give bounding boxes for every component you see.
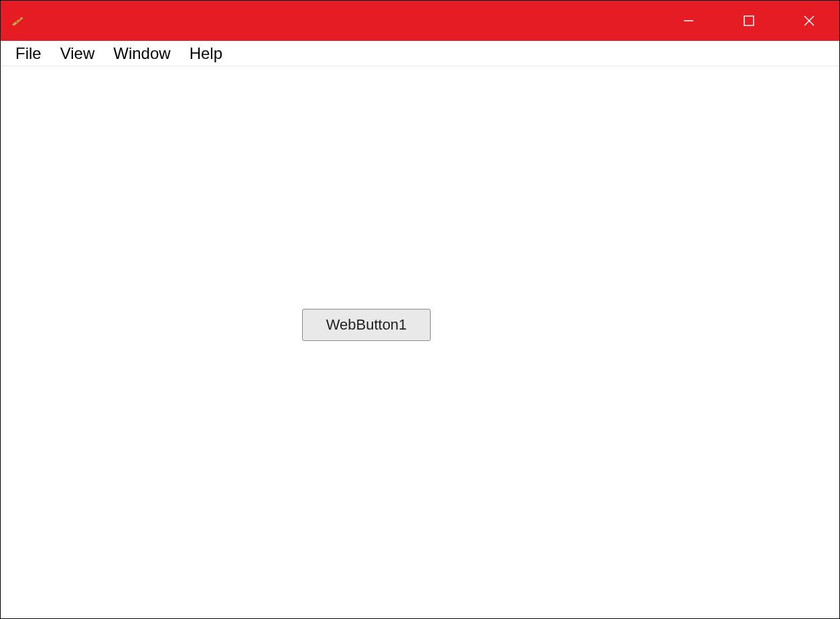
maximize-button[interactable] (719, 1, 779, 41)
close-button[interactable] (779, 1, 839, 41)
minimize-button[interactable] (658, 1, 719, 41)
svg-rect-3 (744, 16, 754, 25)
menubar: File View Window Help (1, 41, 839, 66)
menu-help[interactable]: Help (180, 42, 232, 66)
menu-file[interactable]: File (6, 42, 51, 66)
menu-window[interactable]: Window (104, 42, 180, 66)
client-area: WebButton1 (1, 66, 839, 618)
web-button-1[interactable]: WebButton1 (302, 309, 431, 341)
menu-view[interactable]: View (51, 42, 104, 66)
svg-point-0 (16, 21, 17, 23)
titlebar[interactable] (1, 1, 839, 41)
titlebar-left (10, 13, 26, 29)
svg-point-1 (19, 19, 20, 20)
window-controls (658, 1, 839, 41)
app-icon (10, 13, 26, 29)
